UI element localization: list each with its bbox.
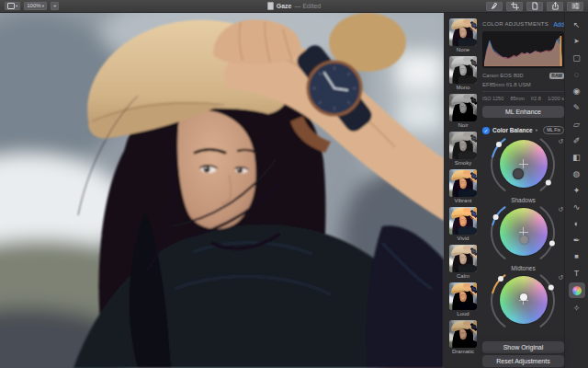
- export-toolbar-button[interactable]: [526, 2, 543, 11]
- preset-thumbnail: [449, 94, 477, 121]
- color-balance-label[interactable]: Color Balance: [492, 127, 533, 133]
- preset-loud[interactable]: Loud: [449, 282, 477, 317]
- tool-strip: ↖ ➤ ▢ ◌ ◉ ✎ ▱ ✐ ◧ ◍ ✦ ∿ ◐ ✒ ■ T ✧: [564, 13, 588, 368]
- histogram-red: [484, 42, 562, 66]
- add-adjustment-link[interactable]: Add: [553, 21, 564, 28]
- adjustments-toolbar-button[interactable]: [567, 2, 583, 11]
- right-arc-handle[interactable]: [549, 241, 555, 247]
- panel-title: COLOR ADJUSTMENTS: [482, 21, 548, 27]
- left-arc-handle[interactable]: [496, 142, 502, 147]
- midtones-wheel-block: ↺ Midtones: [482, 205, 564, 273]
- exif-iso: ISO 1250: [482, 96, 503, 101]
- reset-icon[interactable]: ↺: [558, 206, 563, 213]
- zoom-level-value: 100%: [27, 2, 40, 10]
- photo-gaze: [0, 13, 444, 368]
- preset-label: Loud: [457, 311, 469, 317]
- crop-icon: [511, 2, 519, 10]
- lens-info: EF85mm f/1.8 USM: [482, 80, 564, 88]
- shadows-wheel-block: ↺ Shadows: [482, 137, 564, 205]
- brush-icon: [491, 2, 499, 10]
- fill-icon[interactable]: ◧: [570, 150, 584, 164]
- photo-canvas[interactable]: [0, 13, 444, 368]
- share-toolbar-button[interactable]: [547, 2, 563, 11]
- left-arc-handle[interactable]: [493, 214, 499, 220]
- type-icon[interactable]: T: [570, 266, 584, 280]
- document-name: Gaze: [277, 3, 292, 9]
- view-icon: [7, 3, 15, 9]
- color-balance-wheels: ↺ Shadows: [482, 137, 564, 368]
- sliders-icon: [571, 2, 580, 10]
- highlights-wheel-knob[interactable]: [520, 293, 527, 301]
- exif-aperture: f/2.8: [531, 96, 541, 101]
- exif-focal: 85mm: [510, 96, 524, 101]
- shadows-color-wheel[interactable]: [500, 140, 548, 188]
- pen-icon[interactable]: ✒: [570, 233, 584, 247]
- highlights-wheel-block: ↺: [482, 273, 564, 341]
- left-arc-handle[interactable]: [498, 276, 503, 282]
- sharpen-icon[interactable]: ✦: [570, 183, 584, 197]
- shadows-wheel-knob[interactable]: [513, 168, 524, 179]
- midtones-color-wheel[interactable]: [500, 208, 548, 256]
- ml-fix-button[interactable]: ML Fix: [543, 126, 564, 134]
- preset-vivid[interactable]: Vivid: [449, 207, 477, 242]
- brush-icon[interactable]: ✐: [570, 133, 584, 147]
- preset-label: Smoky: [455, 160, 471, 167]
- right-arc-handle[interactable]: [546, 180, 551, 186]
- preset-mono[interactable]: Mono: [449, 56, 477, 91]
- chevron-down-icon: ▾: [42, 2, 44, 10]
- preset-dramatic[interactable]: Dramatic: [449, 320, 477, 355]
- preset-none[interactable]: None: [449, 18, 477, 53]
- highlights-color-wheel[interactable]: [500, 276, 548, 324]
- midtones-wheel-knob[interactable]: [520, 236, 528, 244]
- pencil-icon[interactable]: ✎: [570, 100, 584, 114]
- preset-label: None: [457, 47, 469, 53]
- color-balance-checkbox[interactable]: ✓: [482, 127, 490, 134]
- arrange-tool-icon[interactable]: ↖: [570, 17, 584, 31]
- preset-label: Calm: [457, 273, 469, 280]
- preset-thumbnail: [449, 56, 477, 84]
- paint-toolbar-button[interactable]: [486, 2, 503, 11]
- blur-icon[interactable]: ◍: [570, 167, 584, 180]
- pixelmator-window: ▾ 100% ▾ + Gaze — Edited: [0, 0, 588, 368]
- page-icon: [531, 2, 539, 10]
- dodge-burn-icon[interactable]: ◐: [570, 216, 584, 230]
- smudge-icon[interactable]: ∿: [570, 200, 584, 213]
- preset-vibrant[interactable]: Vibrant: [449, 169, 477, 204]
- right-arc-handle[interactable]: [548, 285, 554, 291]
- effects-icon[interactable]: ✧: [570, 301, 584, 315]
- color-adjustments-icon[interactable]: [569, 282, 585, 298]
- document-status: — Edited: [294, 3, 321, 9]
- reset-icon[interactable]: ↺: [558, 274, 563, 282]
- chevron-down-icon[interactable]: ▾: [536, 128, 537, 132]
- chevron-down-icon: ▾: [16, 2, 17, 10]
- color-balance-header: ✓ Color Balance ▾ ML Fix: [482, 126, 564, 134]
- zoom-level-button[interactable]: 100% ▾: [24, 2, 47, 10]
- titlebar: ▾ 100% ▾ + Gaze — Edited: [0, 0, 588, 13]
- preset-thumbnail: [449, 320, 477, 348]
- rainbow-dot: [572, 286, 582, 295]
- preset-smoky[interactable]: Smoky: [449, 132, 477, 167]
- preset-noir[interactable]: Noir: [449, 94, 477, 129]
- ml-enhance-button[interactable]: ML Enhance: [482, 106, 564, 118]
- preset-thumbnail: [449, 207, 477, 235]
- wheel-label: Midtones: [482, 265, 564, 271]
- preset-label: Vibrant: [455, 198, 472, 204]
- preset-label: Mono: [456, 85, 469, 91]
- view-options-button[interactable]: ▾: [5, 2, 20, 10]
- show-original-button[interactable]: Show Original: [482, 341, 564, 353]
- add-button[interactable]: +: [51, 2, 60, 10]
- preset-thumbnail: [449, 132, 477, 159]
- free-selection-icon[interactable]: ◌: [570, 67, 584, 81]
- crop-toolbar-button[interactable]: [506, 2, 523, 11]
- reset-icon[interactable]: ↺: [558, 138, 563, 145]
- reset-adjustments-button[interactable]: Reset Adjustments: [482, 355, 564, 367]
- share-icon: [551, 2, 560, 10]
- exif-row: ISO 1250 85mm f/2.8 1/200 s: [482, 91, 564, 101]
- exif-shutter: 1/200 s: [548, 96, 564, 101]
- selection-arrow-icon[interactable]: ➤: [570, 34, 584, 48]
- quick-selection-icon[interactable]: ◉: [570, 84, 584, 98]
- shape-icon[interactable]: ■: [570, 249, 584, 263]
- eraser-icon[interactable]: ▱: [570, 117, 584, 131]
- rect-selection-icon[interactable]: ▢: [570, 51, 584, 64]
- preset-calm[interactable]: Calm: [449, 245, 477, 280]
